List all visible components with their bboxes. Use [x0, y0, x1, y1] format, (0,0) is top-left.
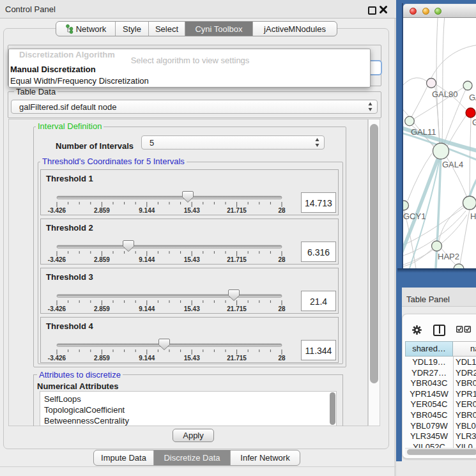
- svg-text:-3.426: -3.426: [48, 256, 66, 263]
- svg-text:9.144: 9.144: [139, 256, 155, 263]
- svg-text:2.859: 2.859: [94, 355, 110, 362]
- svg-text:15.43: 15.43: [184, 355, 200, 362]
- svg-text:9.144: 9.144: [139, 355, 155, 362]
- svg-text:GA: GA: [472, 118, 476, 127]
- svg-text:2.859: 2.859: [94, 256, 110, 263]
- svg-text:9.144: 9.144: [139, 207, 155, 214]
- svg-text:21.715: 21.715: [227, 207, 247, 214]
- svg-text:21.715: 21.715: [227, 305, 247, 312]
- svg-text:15.43: 15.43: [184, 305, 200, 312]
- svg-text:21.715: 21.715: [227, 355, 247, 362]
- svg-text:-3.426: -3.426: [48, 305, 66, 312]
- svg-text:HAP2: HAP2: [438, 252, 459, 261]
- svg-text:GAL4: GAL4: [442, 160, 463, 169]
- svg-text:28: 28: [278, 355, 286, 362]
- svg-text:15.43: 15.43: [184, 207, 200, 214]
- svg-text:GAL11: GAL11: [411, 127, 436, 137]
- svg-text:2.859: 2.859: [94, 207, 110, 214]
- svg-text:28: 28: [278, 256, 286, 263]
- svg-text:-3.426: -3.426: [48, 207, 66, 214]
- svg-text:GCY1: GCY1: [403, 211, 426, 221]
- svg-text:H: H: [470, 211, 476, 221]
- svg-text:GAL80: GAL80: [432, 89, 457, 99]
- svg-text:15.43: 15.43: [184, 256, 200, 263]
- svg-text:28: 28: [278, 207, 286, 214]
- svg-text:9.144: 9.144: [139, 305, 155, 312]
- svg-text:-3.426: -3.426: [48, 355, 66, 362]
- svg-text:28: 28: [278, 305, 286, 312]
- svg-text:GA: GA: [469, 93, 476, 102]
- svg-text:2.859: 2.859: [94, 305, 110, 312]
- svg-text:21.715: 21.715: [227, 256, 247, 263]
